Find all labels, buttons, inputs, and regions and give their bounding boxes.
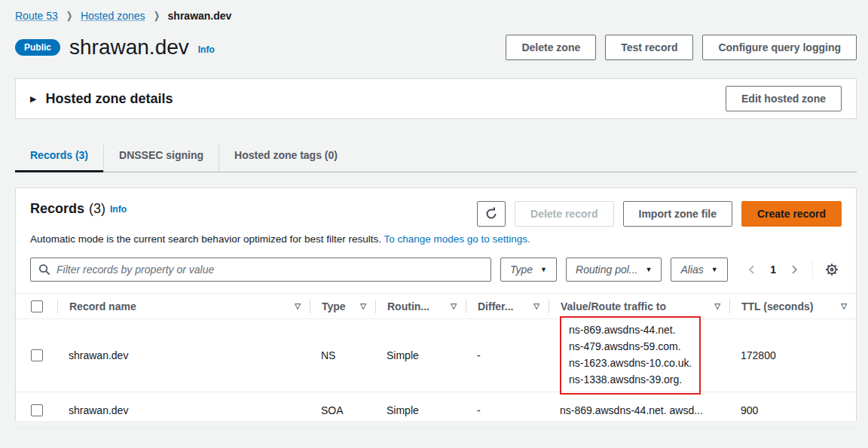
sort-icon[interactable]: ▽ xyxy=(451,302,457,310)
chevron-right-icon: ❯ xyxy=(154,10,160,21)
tab-bar: Records (3) DNSSEC signing Hosted zone t… xyxy=(15,145,857,172)
record-type-cell: NS xyxy=(310,349,375,361)
filter-records-input[interactable] xyxy=(57,264,483,276)
breadcrumb-route53[interactable]: Route 53 xyxy=(15,10,58,22)
routing-policy-cell: Simple xyxy=(375,404,466,416)
change-modes-settings-link[interactable]: To change modes go to settings. xyxy=(384,233,530,245)
divider xyxy=(812,261,813,279)
hosted-zone-details-title: Hosted zone details xyxy=(45,91,173,107)
row-checkbox[interactable] xyxy=(31,349,43,361)
records-count: (3) xyxy=(89,201,105,217)
column-label: TTL (seconds) xyxy=(741,300,813,312)
public-badge: Public xyxy=(15,39,60,56)
sort-icon[interactable]: ▽ xyxy=(360,302,366,310)
records-panel: Records (3) Info Delete record Import zo… xyxy=(15,187,857,421)
current-page-number[interactable]: 1 xyxy=(764,264,782,276)
record-value-cell: ns-869.awsdns-44.net. awsd... xyxy=(549,402,729,419)
routing-policy-filter-label: Routing pol... xyxy=(576,264,638,276)
column-label: Type xyxy=(322,300,346,312)
records-title: Records xyxy=(30,201,84,217)
alias-filter-dropdown[interactable]: Alias ▼ xyxy=(671,258,727,282)
column-header-type[interactable]: Type ▽ xyxy=(310,300,375,313)
breadcrumb-hosted-zones[interactable]: Hosted zones xyxy=(81,10,145,22)
record-type-cell: SOA xyxy=(310,404,375,416)
refresh-icon xyxy=(484,207,498,221)
table-header-row: Record name ▽ Type ▽ Routin... ▽ Differ.… xyxy=(16,293,856,319)
gear-icon[interactable] xyxy=(822,260,842,279)
delete-zone-button[interactable]: Delete zone xyxy=(506,35,596,60)
routing-policy-filter-dropdown[interactable]: Routing pol... ▼ xyxy=(566,258,662,282)
type-filter-label: Type xyxy=(510,264,533,276)
sort-icon[interactable]: ▽ xyxy=(841,302,847,310)
ttl-cell: 172800 xyxy=(729,349,856,361)
tab-dnssec-signing[interactable]: DNSSEC signing xyxy=(103,145,219,172)
differentiator-cell: - xyxy=(466,349,549,361)
delete-record-button[interactable]: Delete record xyxy=(515,201,613,227)
record-name-cell: shrawan.dev xyxy=(57,404,310,416)
highlight-red-box: ns-869.awsdns-44.net. ns-479.awsdns-59.c… xyxy=(560,316,701,395)
column-header-record-name[interactable]: Record name ▽ xyxy=(57,300,310,313)
column-label: Differ... xyxy=(478,300,513,312)
column-header-ttl[interactable]: TTL (seconds) ▽ xyxy=(729,300,856,313)
table-row-ns: shrawan.dev NS Simple - ns-869.awsdns-44… xyxy=(16,319,856,392)
records-subtitle-text: Automatic mode is the current search beh… xyxy=(30,233,381,245)
routing-policy-cell: Simple xyxy=(375,349,466,361)
record-name-cell: shrawan.dev xyxy=(57,349,310,361)
test-record-button[interactable]: Test record xyxy=(605,35,693,60)
records-table: Record name ▽ Type ▽ Routin... ▽ Differ.… xyxy=(16,293,856,428)
ns-value: ns-869.awsdns-44.net. xyxy=(569,322,692,338)
ns-value: ns-1338.awsdns-39.org. xyxy=(569,371,692,388)
sort-icon[interactable]: ▽ xyxy=(295,302,301,310)
edit-hosted-zone-button[interactable]: Edit hosted zone xyxy=(726,86,842,111)
alias-filter-label: Alias xyxy=(680,264,703,276)
hosted-zone-details-expander[interactable]: ▶ Hosted zone details xyxy=(30,91,173,107)
column-header-value[interactable]: Value/Route traffic to ▽ xyxy=(549,300,729,313)
ns-value: ns-479.awsdns-59.com. xyxy=(569,338,692,355)
sort-icon[interactable]: ▽ xyxy=(714,302,720,310)
chevron-right-icon: ❯ xyxy=(66,10,72,21)
create-record-button[interactable]: Create record xyxy=(741,201,842,227)
page-header: Public shrawan.dev Info Delete zone Test… xyxy=(15,35,857,60)
dropdown-caret-icon: ▼ xyxy=(646,266,653,273)
pagination: 1 xyxy=(743,260,842,279)
column-label: Record name xyxy=(69,300,136,312)
previous-page-button[interactable] xyxy=(743,261,761,279)
column-label: Value/Route traffic to xyxy=(561,300,666,312)
hosted-zone-details-panel: ▶ Hosted zone details Edit hosted zone xyxy=(15,78,857,119)
ns-value: ns-1623.awsdns-10.co.uk. xyxy=(569,355,692,371)
configure-query-logging-button[interactable]: Configure query logging xyxy=(702,35,857,60)
tab-hosted-zone-tags[interactable]: Hosted zone tags (0) xyxy=(219,145,353,172)
filter-search-box xyxy=(30,258,491,282)
title-info-link[interactable]: Info xyxy=(198,44,215,55)
refresh-button[interactable] xyxy=(477,201,506,227)
route53-hosted-zone-page: Route 53 ❯ Hosted zones ❯ shrawan.dev Pu… xyxy=(0,0,868,421)
search-icon xyxy=(38,264,50,276)
select-all-checkbox[interactable] xyxy=(31,300,43,312)
next-page-button[interactable] xyxy=(785,261,803,279)
dropdown-caret-icon: ▼ xyxy=(711,266,718,273)
column-header-differentiator[interactable]: Differ... ▽ xyxy=(466,300,549,313)
differentiator-cell: - xyxy=(466,404,549,416)
column-label: Routin... xyxy=(387,300,429,312)
ttl-cell: 900 xyxy=(729,404,856,416)
tab-records[interactable]: Records (3) xyxy=(15,145,103,172)
type-filter-dropdown[interactable]: Type ▼ xyxy=(500,258,557,282)
soa-value: ns-869.awsdns-44.net. awsd... xyxy=(560,402,720,419)
breadcrumb: Route 53 ❯ Hosted zones ❯ shrawan.dev xyxy=(15,0,857,22)
row-checkbox[interactable] xyxy=(31,404,43,416)
dropdown-caret-icon: ▼ xyxy=(540,266,547,273)
record-value-cell: ns-869.awsdns-44.net. ns-479.awsdns-59.c… xyxy=(549,316,729,395)
breadcrumb-current: shrawan.dev xyxy=(168,10,232,22)
page-title: shrawan.dev xyxy=(69,35,189,59)
records-subtitle: Automatic mode is the current search beh… xyxy=(16,233,856,245)
records-info-link[interactable]: Info xyxy=(110,204,127,215)
sort-icon[interactable]: ▽ xyxy=(533,302,539,310)
filter-row: Type ▼ Routing pol... ▼ Alias ▼ 1 xyxy=(16,258,856,282)
column-header-routing-policy[interactable]: Routin... ▽ xyxy=(375,300,466,313)
table-row-soa: shrawan.dev SOA Simple - ns-869.awsdns-4… xyxy=(16,392,856,428)
expander-caret-icon: ▶ xyxy=(30,94,36,104)
import-zone-file-button[interactable]: Import zone file xyxy=(623,201,732,227)
